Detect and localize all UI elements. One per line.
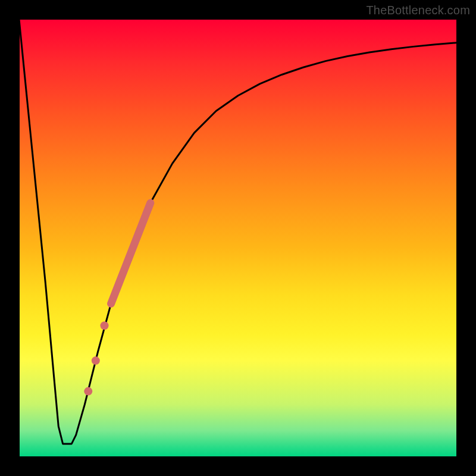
main-curve bbox=[19, 19, 457, 444]
chart-svg bbox=[19, 19, 457, 457]
dot-3 bbox=[84, 387, 92, 396]
dot-1 bbox=[101, 321, 109, 330]
dot-2 bbox=[92, 356, 100, 365]
highlight-segment bbox=[111, 203, 151, 303]
plot-area bbox=[19, 19, 457, 457]
attribution-text: TheBottleneck.com bbox=[366, 4, 470, 17]
chart-frame: TheBottleneck.com bbox=[0, 0, 476, 476]
marker-dots bbox=[84, 321, 108, 395]
